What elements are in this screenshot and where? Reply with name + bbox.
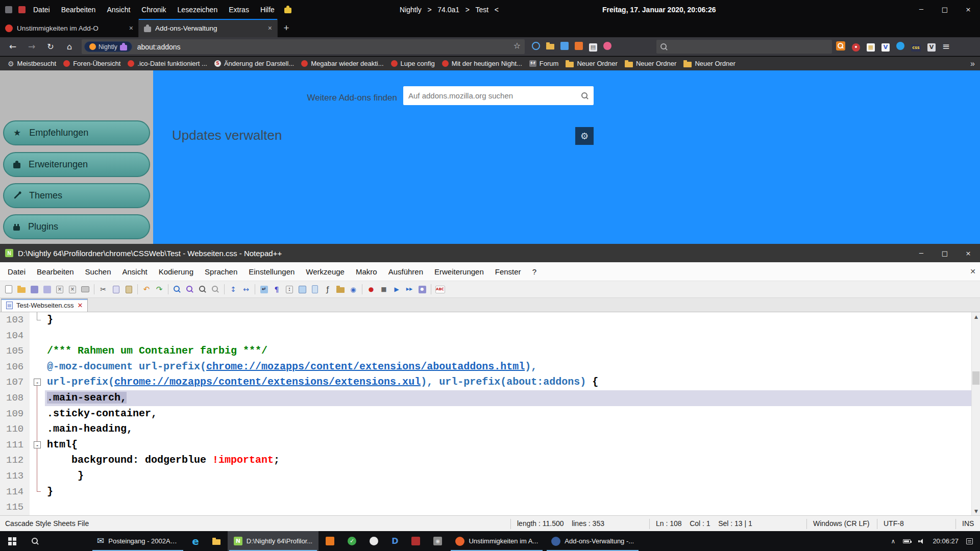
menubar-close-icon[interactable]: ✕ xyxy=(970,267,976,276)
fold-margin[interactable]: - xyxy=(30,437,45,453)
battery-icon[interactable] xyxy=(903,539,911,543)
toolbar-extension-3-button[interactable] xyxy=(560,42,569,52)
toolbar-extension-1-button[interactable] xyxy=(532,42,540,52)
editor-line-105[interactable]: 105/*** Rahmen um Container farbig ***/ xyxy=(0,343,980,359)
back-button[interactable]: ← xyxy=(5,39,20,54)
scroll-up-icon[interactable]: ▲ xyxy=(972,312,980,321)
bookmark-megabar-wieder-deakti[interactable]: Megabar wieder deakti... xyxy=(298,58,387,69)
npp-menu-datei[interactable]: Datei xyxy=(2,267,31,276)
bookmark-nderung-der-darstell[interactable]: SÄnderung der Darstell... xyxy=(211,58,298,69)
taskbar-blue-d-app-button[interactable]: D xyxy=(385,531,404,551)
npp-menu-einstellungen[interactable]: Einstellungen xyxy=(243,267,300,276)
toolbar-doc-map-button[interactable] xyxy=(309,283,321,295)
toolbar-close-file-button[interactable]: × xyxy=(54,283,65,295)
taskbar-camera-app-button[interactable]: ◉ xyxy=(427,531,448,551)
taskbar-notepadpp-button[interactable]: ND:\Nightly 64\Profilor... xyxy=(228,531,318,551)
browser-tab-2[interactable]: Add-ons-Verwaltung× xyxy=(139,19,278,37)
taskbar-edge-button[interactable]: e xyxy=(186,531,205,551)
toolbar-run-macro-multiple-button[interactable]: ▶▶ xyxy=(404,283,415,295)
code-editor[interactable]: 103}104105/*** Rahmen um Container farbi… xyxy=(0,312,980,515)
volume-icon[interactable] xyxy=(918,538,925,544)
toolbar-extension-5-button[interactable]: ▤ xyxy=(589,42,597,52)
firefox-menu-extras[interactable]: Extras xyxy=(223,6,255,14)
npp-menu-kodierung[interactable]: Kodierung xyxy=(153,267,199,276)
search-input[interactable] xyxy=(671,43,814,51)
toolbar-record-macro-button[interactable]: ● xyxy=(365,283,377,295)
toolbar-sync-horizontal-button[interactable]: ↔ xyxy=(240,283,252,295)
npp-menu-erweiterungen[interactable]: Erweiterungen xyxy=(429,267,489,276)
reload-button[interactable]: ↻ xyxy=(43,39,58,54)
toolbar-cut-button[interactable]: ✂ xyxy=(97,283,109,295)
new-tab-button[interactable]: + xyxy=(278,19,295,37)
npp-menu-suchen[interactable]: Suchen xyxy=(80,267,117,276)
toolbar-redo-button[interactable]: ↷ xyxy=(154,283,165,295)
toolbar-zoom-in-button[interactable] xyxy=(197,283,208,295)
editor-line-104[interactable]: 104 xyxy=(0,328,980,344)
bookmark-foren-bersicht[interactable]: Foren-Übersicht xyxy=(60,58,124,69)
firefox-menu-ansicht[interactable]: Ansicht xyxy=(101,6,136,14)
addons-search-field[interactable] xyxy=(403,86,594,105)
bookmark-lupe-config[interactable]: Lupe config xyxy=(387,58,438,69)
toolbar-v-badge-button[interactable]: V xyxy=(881,42,890,52)
editor-line-109[interactable]: 109.sticky-container, xyxy=(0,406,980,422)
url-text[interactable]: about:addons xyxy=(137,43,181,51)
urlbar-puzzle-icon[interactable] xyxy=(120,45,127,51)
sidebar-item-empfehlungen[interactable]: ★Empfehlungen xyxy=(3,120,150,145)
editor-line-106[interactable]: 106@-moz-document url-prefix(chrome://mo… xyxy=(0,359,980,375)
clock[interactable]: 20:06:27 xyxy=(933,537,959,545)
taskbar-green-check-app-button[interactable]: ✓ xyxy=(341,531,362,551)
toolbar-extension-4-button[interactable] xyxy=(575,42,583,52)
npp-menu-bearbeiten[interactable]: Bearbeiten xyxy=(31,267,80,276)
sidebar-item-themes[interactable]: Themes xyxy=(3,183,150,208)
tray-chevron-up-icon[interactable]: ∧ xyxy=(891,538,896,545)
tab-close-icon[interactable]: × xyxy=(268,24,272,32)
bookmark-neuer-ordner[interactable]: Neuer Ordner xyxy=(562,58,621,69)
bookmark-ico-datei-funktioniert[interactable]: .ico-Datei funktioniert ... xyxy=(124,58,211,69)
toolbar-sync-vertical-button[interactable]: ↕ xyxy=(228,283,239,295)
sidebar-item-erweiterungen[interactable]: Erweiterungen xyxy=(3,152,150,177)
url-bar[interactable]: Nightly about:addons ☆ xyxy=(82,39,525,54)
toolbar-paste-button[interactable] xyxy=(123,283,134,295)
npp-menu-ausf-hren[interactable]: Ausführen xyxy=(383,267,429,276)
addons-search-icon[interactable] xyxy=(581,92,589,99)
notepadpp-maximize-button[interactable]: □ xyxy=(933,244,957,263)
taskbar-file-explorer-button[interactable] xyxy=(206,531,227,551)
taskbar-orange-app-button[interactable] xyxy=(320,531,340,551)
toolbar-save-all-button[interactable] xyxy=(41,283,53,295)
toolbar-replace-button[interactable] xyxy=(184,283,195,295)
document-tab-close-icon[interactable]: ✕ xyxy=(77,302,83,309)
toolbar-extension-6-button[interactable] xyxy=(603,42,611,52)
taskbar-white-circle-app-button[interactable] xyxy=(363,531,384,551)
firefox-menu-datei[interactable]: Datei xyxy=(28,6,56,14)
editor-line-111[interactable]: 111-html{ xyxy=(0,437,980,453)
editor-line-108[interactable]: 108.main-search, xyxy=(0,390,980,406)
browser-tab-1[interactable]: Unstimmigkeiten im Add-O× xyxy=(0,19,139,37)
taskbar-red-app-button[interactable] xyxy=(405,531,426,551)
fold-collapse-icon[interactable]: - xyxy=(34,379,41,386)
toolbar-show-all-characters-button[interactable]: ¶ xyxy=(271,283,282,295)
notepadpp-close-button[interactable]: × xyxy=(957,244,980,263)
taskbar-firefox-blue-button[interactable]: Add-ons-Verwaltung -... xyxy=(545,531,640,551)
search-bar[interactable] xyxy=(656,40,832,54)
toolbar-v-badge-2-button[interactable]: V xyxy=(927,42,936,52)
npp-menu-ansicht[interactable]: Ansicht xyxy=(116,267,153,276)
firefox-maximize-button[interactable]: □ xyxy=(933,0,957,19)
status-insert-mode[interactable]: INS xyxy=(955,519,974,529)
toolbar-css-badge-button[interactable]: css xyxy=(911,42,921,52)
bookmark-meistbesucht[interactable]: ⚙Meistbesucht xyxy=(4,58,60,69)
toolbar-save-macro-button[interactable]: ● xyxy=(416,283,428,295)
toolbar-open-file-button[interactable] xyxy=(16,283,27,295)
toolbar-print-button[interactable] xyxy=(80,283,91,295)
toolbar-swirl-button[interactable] xyxy=(896,42,904,52)
toolbar-user-language-button[interactable] xyxy=(297,283,308,295)
bookmarks-overflow-chevron-icon[interactable]: » xyxy=(970,59,975,68)
editor-scrollbar[interactable]: ▲ ▼ xyxy=(971,312,980,515)
titlebar-puzzle-icon[interactable] xyxy=(284,8,291,13)
taskbar-firefox-red-button[interactable]: Unstimmigkeiten im A... xyxy=(449,531,544,551)
scrollbar-thumb[interactable] xyxy=(972,371,979,385)
npp-menu-[interactable]: ? xyxy=(527,267,542,276)
npp-menu-sprachen[interactable]: Sprachen xyxy=(199,267,243,276)
toolbar-search-addon-button[interactable] xyxy=(836,41,845,53)
addons-options-gear-button[interactable]: ⚙ xyxy=(575,127,594,145)
toolbar-monitoring-button[interactable]: ◉ xyxy=(348,283,359,295)
